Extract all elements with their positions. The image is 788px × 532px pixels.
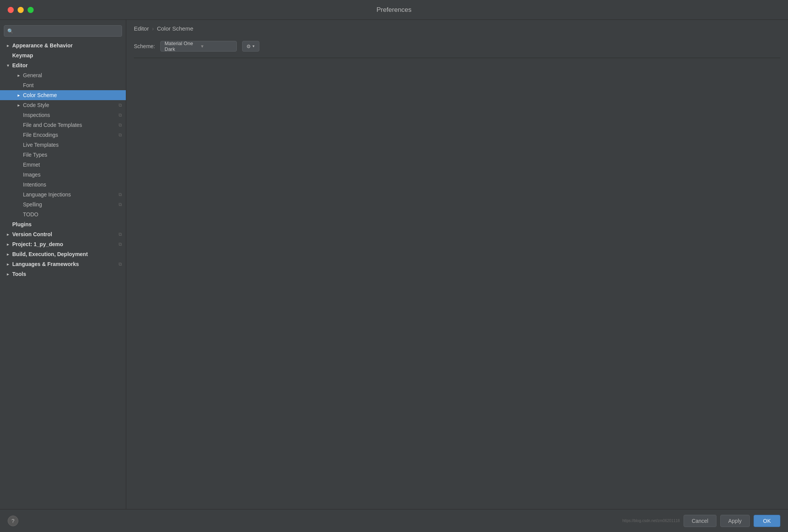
arrow-icon: [16, 73, 21, 78]
sidebar-item-language-injections[interactable]: Language Injections⧉: [0, 190, 126, 200]
arrow-icon: [5, 251, 11, 257]
window-title: Preferences: [376, 6, 412, 14]
sidebar-item-tools[interactable]: Tools: [0, 269, 126, 279]
copy-icon: ⧉: [119, 232, 122, 237]
sidebar-item-project-1py-demo[interactable]: Project: 1_py_demo⧉: [0, 239, 126, 249]
sidebar-item-keymap[interactable]: Keymap: [0, 50, 126, 60]
sidebar-item-spelling[interactable]: Spelling⧉: [0, 200, 126, 209]
sidebar-item-file-encodings[interactable]: File Encodings⧉: [0, 130, 126, 140]
scheme-value: Material One Dark: [164, 41, 197, 52]
separator: [134, 58, 780, 58]
right-panel: Editor › Color Scheme Scheme: Material O…: [126, 20, 788, 509]
sidebar: 🔍 Appearance & BehaviorKeymapEditorGener…: [0, 20, 126, 509]
scheme-row: Scheme: Material One Dark ▼ ⚙︎ ▼: [126, 37, 788, 55]
search-icon: 🔍: [7, 28, 13, 34]
sidebar-item-label: File Encodings: [23, 132, 58, 138]
sidebar-item-color-scheme[interactable]: Color Scheme: [0, 90, 126, 100]
copy-icon: ⧉: [119, 132, 122, 138]
arrow-icon: [5, 63, 11, 68]
bottom-bar: ? https://blog.csdn.net/zm06201118 Cance…: [0, 509, 788, 532]
sidebar-item-file-code-templates[interactable]: File and Code Templates⧉: [0, 120, 126, 130]
sidebar-item-code-style[interactable]: Code Style⧉: [0, 100, 126, 110]
arrow-icon: [5, 261, 11, 267]
copy-icon: ⧉: [119, 242, 122, 247]
bottom-buttons: https://blog.csdn.net/zm06201118 Cancel …: [619, 515, 780, 527]
traffic-lights: [8, 7, 34, 13]
arrow-icon: [5, 242, 11, 247]
sidebar-item-label: File Types: [23, 152, 47, 158]
cancel-button[interactable]: Cancel: [684, 515, 716, 527]
sidebar-item-plugins[interactable]: Plugins: [0, 219, 126, 229]
copy-icon: ⧉: [119, 112, 122, 118]
sidebar-item-label: Code Style: [23, 102, 49, 108]
sidebar-item-label: Live Templates: [23, 142, 59, 148]
arrow-icon: [5, 232, 11, 237]
sidebar-item-label: Tools: [12, 271, 26, 277]
help-button[interactable]: ?: [8, 516, 18, 526]
sidebar-item-label: Appearance & Behavior: [12, 42, 73, 49]
dropdown-arrow-icon: ▼: [200, 44, 233, 49]
arrow-icon: [16, 92, 21, 98]
search-bar[interactable]: 🔍: [4, 25, 122, 37]
sidebar-item-label: Color Scheme: [23, 92, 57, 98]
sidebar-item-emmet[interactable]: Emmet: [0, 160, 126, 170]
sidebar-item-label: Language Injections: [23, 191, 71, 198]
sidebar-item-live-templates[interactable]: Live Templates: [0, 140, 126, 150]
apply-button[interactable]: Apply: [720, 515, 750, 527]
sidebar-item-label: Inspections: [23, 112, 50, 118]
sidebar-item-languages-frameworks[interactable]: Languages & Frameworks⧉: [0, 259, 126, 269]
sidebar-item-label: Project: 1_py_demo: [12, 241, 63, 247]
arrow-icon: [5, 271, 11, 277]
scheme-label: Scheme:: [134, 43, 155, 49]
search-input[interactable]: [16, 28, 119, 34]
sidebar-item-file-types[interactable]: File Types: [0, 150, 126, 160]
sidebar-item-label: Version Control: [12, 231, 52, 237]
sidebar-item-todo[interactable]: TODO: [0, 209, 126, 219]
sidebar-item-label: Spelling: [23, 201, 42, 208]
main-content: 🔍 Appearance & BehaviorKeymapEditorGener…: [0, 20, 788, 509]
arrow-icon: [16, 102, 21, 108]
sidebar-item-label: TODO: [23, 211, 38, 217]
breadcrumb-parent: Editor: [134, 25, 149, 32]
gear-dropdown-icon: ▼: [252, 44, 255, 48]
sidebar-item-version-control[interactable]: Version Control⧉: [0, 229, 126, 239]
sidebar-item-appearance-behavior[interactable]: Appearance & Behavior: [0, 41, 126, 50]
scheme-dropdown[interactable]: Material One Dark ▼: [160, 41, 237, 52]
sidebar-item-label: Languages & Frameworks: [12, 261, 79, 267]
sidebar-item-label: General: [23, 72, 42, 78]
sidebar-item-label: Emmet: [23, 162, 40, 168]
copy-icon: ⧉: [119, 192, 122, 197]
sidebar-item-label: Editor: [12, 62, 28, 68]
gear-icon: ⚙︎: [246, 44, 251, 49]
copy-icon: ⧉: [119, 261, 122, 267]
sidebar-item-general[interactable]: General: [0, 70, 126, 80]
sidebar-item-images[interactable]: Images: [0, 170, 126, 180]
sidebar-item-font[interactable]: Font: [0, 80, 126, 90]
sidebar-item-label: Images: [23, 172, 41, 178]
ok-button[interactable]: OK: [754, 515, 780, 527]
sidebar-item-label: Build, Execution, Deployment: [12, 251, 88, 257]
title-bar: Preferences: [0, 0, 788, 20]
sidebar-item-build-execution[interactable]: Build, Execution, Deployment: [0, 249, 126, 259]
sidebar-item-editor[interactable]: Editor: [0, 60, 126, 70]
minimize-button[interactable]: [18, 7, 24, 13]
sidebar-item-label: Keymap: [12, 52, 33, 58]
sidebar-item-label: Font: [23, 82, 34, 88]
gear-button[interactable]: ⚙︎ ▼: [242, 41, 259, 52]
sidebar-item-label: Plugins: [12, 221, 32, 227]
url-hint: https://blog.csdn.net/zm06201118: [622, 519, 680, 523]
breadcrumb-separator: ›: [152, 25, 154, 32]
close-button[interactable]: [8, 7, 14, 13]
copy-icon: ⧉: [119, 122, 122, 128]
copy-icon: ⧉: [119, 202, 122, 207]
breadcrumb: Editor › Color Scheme: [126, 20, 788, 37]
sidebar-item-intentions[interactable]: Intentions: [0, 180, 126, 190]
sidebar-item-inspections[interactable]: Inspections⧉: [0, 110, 126, 120]
copy-icon: ⧉: [119, 102, 122, 108]
arrow-icon: [5, 43, 11, 48]
breadcrumb-current: Color Scheme: [157, 25, 193, 32]
sidebar-item-label: Intentions: [23, 182, 46, 188]
maximize-button[interactable]: [28, 7, 34, 13]
sidebar-item-label: File and Code Templates: [23, 122, 82, 128]
